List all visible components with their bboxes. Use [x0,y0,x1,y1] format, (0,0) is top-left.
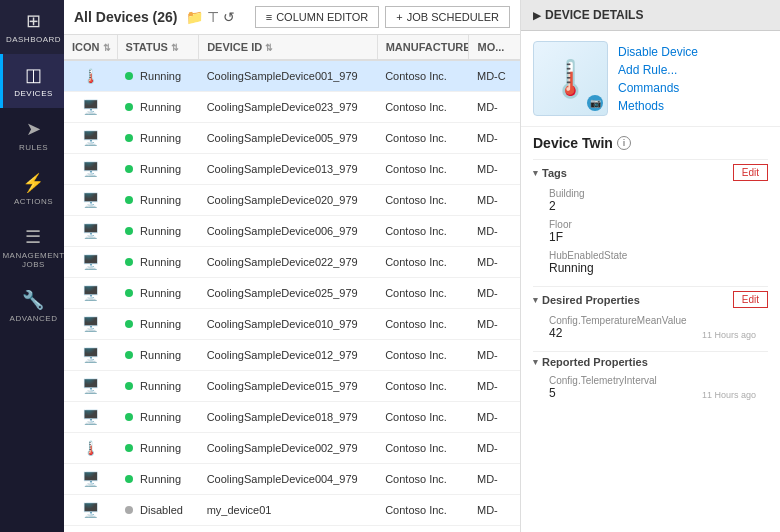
dashboard-icon: ⊞ [26,10,42,32]
row-model-cell: MD- [469,340,520,371]
sort-icon-icon: ⇅ [103,43,111,53]
tags-chevron-icon: ▾ [533,168,538,178]
page-title: All Devices (26) [74,9,178,25]
sidebar-item-dashboard[interactable]: ⊞ DASHBOARD [0,0,64,54]
row-manufacturer-cell: Contoso Inc. [377,340,469,371]
row-icon-cell: 🖥️ [64,309,117,340]
status-dot [125,351,133,359]
tags-floor-field: Floor 1F [533,216,768,247]
server-row-icon: 🖥️ [81,283,101,303]
reported-section-header[interactable]: ▾ Reported Properties [533,351,768,372]
filter-icon[interactable]: ⊤ [207,9,219,25]
row-icon-cell: 🌡️ [64,433,117,464]
table-row[interactable]: 🖥️ Running CoolingSampleDevice015_979 Co… [64,371,520,402]
device-actions-list: Disable Device Add Rule... Commands Meth… [618,41,698,116]
refresh-icon[interactable]: ↺ [223,9,235,25]
job-scheduler-button[interactable]: + JOB SCHEDULER [385,6,510,28]
table-row[interactable]: 🖥️ Running CoolingSampleDevice004_979 Co… [64,464,520,495]
reported-telemetry-row: 5 11 Hours ago [549,386,756,400]
row-icon-cell: 🖥️ [64,278,117,309]
desired-section-header[interactable]: ▾ Desired Properties Edit [533,286,768,312]
status-text: Running [140,163,181,175]
main-content: All Devices (26) 📁 ⊤ ↺ ≡ COLUMN EDITOR +… [64,0,520,532]
info-icon[interactable]: i [617,136,631,150]
col-header-deviceid[interactable]: DEVICE ID ⇅ [199,35,378,60]
sidebar-item-actions[interactable]: ⚡ ACTIONS [0,162,64,216]
sidebar-item-advanced[interactable]: 🔧 ADVANCED [0,279,64,333]
row-deviceid-cell: CoolingSampleDevice004_979 [199,464,378,495]
server-row-icon: 🖥️ [81,252,101,272]
col-header-manufacturer[interactable]: MANUFACTURER ⇅ [377,35,469,60]
sidebar-item-devices[interactable]: ◫ DEVICES [0,54,64,108]
table-row[interactable]: 🖥️ Running CoolingSampleDevice022_979 Co… [64,247,520,278]
row-status-cell: Running [117,340,199,371]
row-icon-cell: 🖥️ [64,92,117,123]
row-manufacturer-cell: Contoso Inc. [377,123,469,154]
desired-edit-button[interactable]: Edit [733,291,768,308]
row-status-cell: Running [117,278,199,309]
table-row[interactable]: 🖥️ Running CoolingSampleDevice007_979 Co… [64,526,520,533]
table-row[interactable]: 🖥️ Running CoolingSampleDevice010_979 Co… [64,309,520,340]
status-dot [125,320,133,328]
tags-hubstate-field: HubEnabledState Running [533,247,768,278]
table-row[interactable]: 🌡️ Running CoolingSampleDevice002_979 Co… [64,433,520,464]
col-header-status[interactable]: STATUS ⇅ [117,35,199,60]
status-text: Running [140,101,181,113]
status-dot [125,506,133,514]
reported-properties-section: ▾ Reported Properties Config.TelemetryIn… [533,351,768,403]
col-header-model[interactable]: MO... [469,35,520,60]
panel-header: ▶ DEVICE DETAILS [521,0,780,31]
status-text: Running [140,256,181,268]
top-bar-icons: 📁 ⊤ ↺ [186,9,235,25]
row-deviceid-cell: CoolingSampleDevice023_979 [199,92,378,123]
device-twin-header: Device Twin i [533,135,768,151]
folder-icon[interactable]: 📁 [186,9,203,25]
table-row[interactable]: 🖥️ Running CoolingSampleDevice020_979 Co… [64,185,520,216]
row-model-cell: MD- [469,309,520,340]
tags-building-label: Building [549,188,756,199]
table-row[interactable]: 🖥️ Running CoolingSampleDevice005_979 Co… [64,123,520,154]
status-text: Running [140,132,181,144]
row-manufacturer-cell: Contoso Inc. [377,309,469,340]
table-row[interactable]: 🖥️ Running CoolingSampleDevice006_979 Co… [64,216,520,247]
row-status-cell: Running [117,185,199,216]
table-row[interactable]: 🖥️ Disabled my_device01 Contoso Inc. MD- [64,495,520,526]
table-row[interactable]: 🖥️ Running CoolingSampleDevice018_979 Co… [64,402,520,433]
col-header-icon[interactable]: ICON ⇅ [64,35,117,60]
table-row[interactable]: 🖥️ Running CoolingSampleDevice025_979 Co… [64,278,520,309]
row-status-cell: Running [117,402,199,433]
server-row-icon: 🖥️ [81,314,101,334]
methods-link[interactable]: Methods [618,99,698,113]
status-dot [125,227,133,235]
table-row[interactable]: 🖥️ Running CoolingSampleDevice013_979 Co… [64,154,520,185]
tags-section-header[interactable]: ▾ Tags Edit [533,159,768,185]
server-row-icon: 🖥️ [81,190,101,210]
commands-link[interactable]: Commands [618,81,698,95]
tags-edit-button[interactable]: Edit [733,164,768,181]
row-deviceid-cell: CoolingSampleDevice006_979 [199,216,378,247]
row-model-cell: MD- [469,464,520,495]
row-model-cell: MD- [469,185,520,216]
table-row[interactable]: 🖥️ Running CoolingSampleDevice012_979 Co… [64,340,520,371]
add-rule-link[interactable]: Add Rule... [618,63,698,77]
row-manufacturer-cell: Contoso Inc. [377,526,469,533]
rules-icon: ➤ [26,118,42,140]
row-manufacturer-cell: Contoso Inc. [377,464,469,495]
disable-device-link[interactable]: Disable Device [618,45,698,59]
sidebar-item-management-jobs[interactable]: ☰ MANAGEMENT JOBS [0,216,64,279]
sidebar-item-rules[interactable]: ➤ RULES [0,108,64,162]
column-editor-button[interactable]: ≡ COLUMN EDITOR [255,6,380,28]
desired-properties-section: ▾ Desired Properties Edit Config.Tempera… [533,286,768,343]
row-deviceid-cell: CoolingSampleDevice012_979 [199,340,378,371]
devices-table-area[interactable]: ICON ⇅ STATUS ⇅ DEVICE ID ⇅ MANUFACTURER… [64,35,520,532]
table-row[interactable]: 🌡️ Running CoolingSampleDevice001_979 Co… [64,60,520,92]
server-row-icon: 🖥️ [81,128,101,148]
reported-telemetry-label: Config.TelemetryInterval [549,375,756,386]
device-camera-icon[interactable]: 📷 [587,95,603,111]
row-model-cell: MD- [469,495,520,526]
row-status-cell: Running [117,433,199,464]
table-row[interactable]: 🖥️ Running CoolingSampleDevice023_979 Co… [64,92,520,123]
status-dot [125,103,133,111]
device-details-panel: ▶ DEVICE DETAILS 🌡️ 📷 Disable Device Add… [520,0,780,532]
tags-building-field: Building 2 [533,185,768,216]
